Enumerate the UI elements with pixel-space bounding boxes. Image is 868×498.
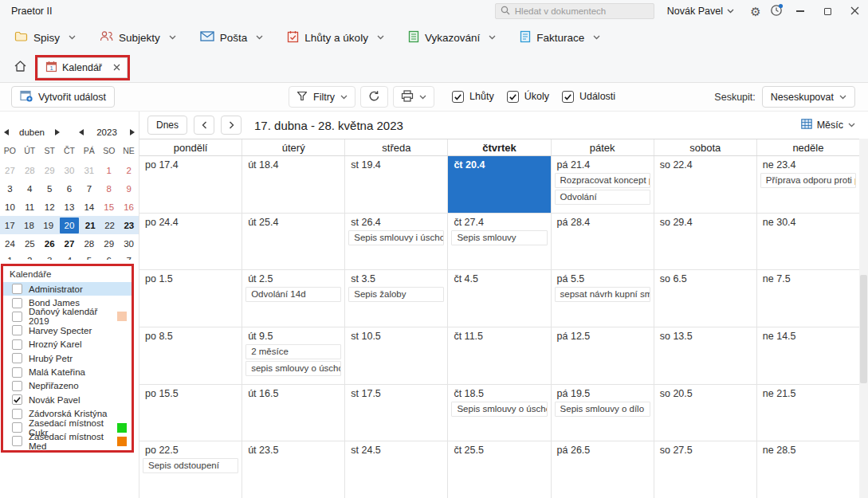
day-cell[interactable]: so 6.5 (654, 270, 757, 327)
minical-day[interactable]: 30 (60, 163, 80, 178)
day-cell[interactable]: ne 7.5 (757, 270, 859, 327)
checkbox-icon[interactable] (12, 381, 22, 391)
menu-item-lh-ty-a-koly[interactable]: Lhůty a úkoly (287, 30, 384, 45)
day-cell[interactable]: po 15.5 (139, 385, 242, 441)
minical-day[interactable]: 16 (119, 199, 139, 215)
menu-item-vykazov-n[interactable]: Vykazování (408, 30, 496, 45)
minical-day[interactable]: 20 (60, 218, 79, 233)
minical-day[interactable]: 27 (60, 236, 80, 252)
checkbox-icon[interactable] (12, 436, 22, 446)
minical-day[interactable]: 1 (99, 163, 119, 178)
day-cell[interactable]: ne 23.4Příprava odporu proti pla (757, 156, 859, 213)
minical-day[interactable]: 12 (40, 199, 60, 215)
minical-day[interactable]: 2 (119, 163, 139, 178)
next-year-icon[interactable] (128, 129, 136, 135)
minical-day[interactable]: 10 (0, 199, 20, 215)
event-item[interactable]: Sepis smlouvy (451, 230, 547, 245)
checkbox-icon[interactable] (12, 409, 22, 419)
minical-day[interactable]: 28 (20, 163, 40, 178)
event-item[interactable]: Sepis odstoupení (143, 458, 238, 473)
minimize-button[interactable] (787, 0, 814, 22)
minical-day[interactable]: 22 (100, 218, 119, 233)
day-cell[interactable]: ne 21.5 (757, 385, 859, 441)
day-cell[interactable]: so 13.5 (654, 327, 757, 384)
checkbox-icon[interactable] (12, 339, 22, 350)
day-cell[interactable]: po 24.4 (139, 214, 242, 270)
calendar-list-item[interactable]: Novák Pavel (3, 393, 132, 406)
event-item[interactable]: Sepis smlouvy i úschově (348, 230, 444, 245)
minical-day[interactable]: 7 (79, 181, 99, 197)
day-cell[interactable]: st 17.5 (345, 385, 448, 441)
minical-day[interactable]: 11 (20, 199, 40, 215)
user-menu[interactable]: Novák Pavel (667, 6, 734, 17)
minical-day[interactable]: 5 (79, 253, 99, 260)
view-dropdown[interactable]: Měsíc (801, 119, 855, 131)
checkbox-icon[interactable] (12, 422, 22, 433)
print-button[interactable] (393, 86, 434, 108)
home-tab[interactable] (8, 57, 32, 79)
minical-day[interactable]: 2 (20, 253, 40, 260)
day-cell[interactable]: pá 5.5sepsat návrh kupní smlouvy (552, 270, 654, 327)
close-button[interactable] (841, 0, 868, 22)
prev-year-icon[interactable] (77, 129, 86, 135)
event-item[interactable]: Odvolání (555, 190, 650, 205)
refresh-button[interactable] (360, 86, 388, 108)
checkbox-icon[interactable] (12, 284, 22, 294)
minical-day[interactable]: 13 (60, 199, 80, 215)
minical-day[interactable]: 7 (119, 253, 139, 260)
filter-checkbox-lh-ty[interactable]: Lhůty (452, 91, 494, 103)
checkbox-icon[interactable] (12, 394, 22, 405)
day-cell[interactable]: čt 20.4 (448, 156, 551, 213)
day-cell[interactable]: pá 12.5 (552, 327, 654, 384)
day-cell[interactable]: út 23.5 (242, 441, 345, 498)
tab-kalendar[interactable]: 1 Kalendář (37, 57, 128, 78)
menu-item-spisy[interactable]: Spisy (14, 31, 76, 45)
checkbox-icon[interactable] (12, 298, 22, 308)
filter-checkbox-koly[interactable]: Úkoly (507, 91, 549, 103)
vertical-scrollbar[interactable] (859, 139, 868, 498)
group-dropdown[interactable]: Neseskupovat (762, 86, 855, 108)
minical-day[interactable]: 15 (99, 199, 119, 215)
event-item[interactable]: sepis smlouvy o úschově (245, 361, 341, 376)
event-item[interactable]: sepsat návrh kupní smlouvy (555, 287, 650, 302)
day-cell[interactable]: čt 4.5 (448, 270, 551, 327)
day-cell[interactable]: po 17.4 (139, 156, 242, 213)
day-cell[interactable]: pá 21.4Rozpracovat koncept podáOdvolání (552, 156, 654, 213)
event-item[interactable]: Sepis smlouvy o dílo (555, 402, 650, 417)
minical-day[interactable]: 29 (99, 236, 119, 252)
menu-item-fakturace[interactable]: Fakturace (520, 30, 600, 45)
day-cell[interactable]: pá 28.4 (552, 214, 654, 270)
next-month-icon[interactable] (53, 129, 61, 135)
day-cell[interactable]: pá 19.5Sepis smlouvy o dílo (552, 385, 654, 441)
day-cell[interactable]: út 18.4 (242, 156, 345, 213)
calendar-list-item[interactable]: Malá Kateřina (3, 365, 132, 378)
minical-day[interactable]: 28 (79, 236, 99, 252)
create-event-button[interactable]: Vytvořit událost (11, 86, 115, 108)
day-cell[interactable]: čt 27.4Sepis smlouvy (448, 214, 551, 270)
prev-period-button[interactable] (194, 116, 214, 135)
day-cell[interactable]: čt 11.5 (448, 327, 551, 384)
maximize-button[interactable] (814, 0, 841, 22)
event-item[interactable]: Sepis žaloby (348, 287, 444, 302)
minical-day[interactable]: 19 (39, 218, 58, 233)
menu-item-po-ta[interactable]: Pošta (200, 31, 264, 44)
calendar-list-item[interactable]: Hrubý Petr (3, 351, 132, 365)
day-cell[interactable]: so 22.4 (654, 156, 757, 213)
day-cell[interactable]: út 25.4 (242, 214, 345, 270)
calendar-list-item[interactable]: Daňový kalendář 2019 (3, 310, 132, 324)
minical-day[interactable]: 26 (40, 236, 60, 252)
day-cell[interactable]: st 19.4 (345, 156, 448, 213)
day-cell[interactable]: ne 14.5 (757, 327, 859, 384)
search-box[interactable] (495, 3, 654, 19)
day-cell[interactable]: so 20.5 (654, 385, 757, 441)
filters-button[interactable]: Filtry (289, 86, 355, 108)
day-cell[interactable]: st 26.4Sepis smlouvy i úschově (345, 214, 448, 270)
search-input[interactable] (515, 6, 649, 16)
checkbox-icon[interactable] (12, 353, 22, 363)
day-cell[interactable]: pá 26.5 (552, 441, 654, 498)
event-item[interactable]: Příprava odporu proti pla (760, 173, 856, 188)
calendar-list-item[interactable]: Administrator (3, 282, 132, 296)
checkbox-icon[interactable] (12, 325, 22, 335)
minical-day[interactable]: 1 (0, 253, 20, 260)
close-tab-icon[interactable] (113, 64, 120, 71)
